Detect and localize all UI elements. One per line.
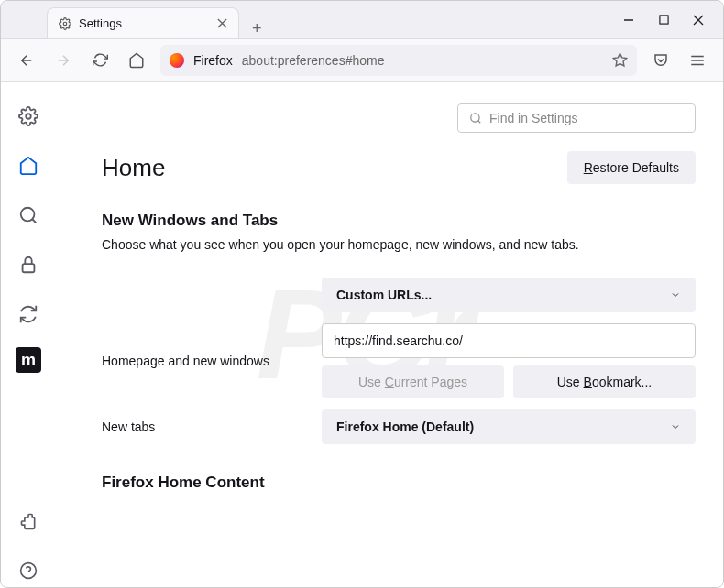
bookmark-star-icon[interactable]	[612, 52, 628, 68]
gear-icon	[59, 17, 71, 30]
home-button[interactable]	[124, 48, 149, 73]
section-title-windows-tabs: New Windows and Tabs	[102, 212, 696, 230]
svg-point-4	[21, 208, 35, 222]
sidebar-more[interactable]: m	[16, 347, 41, 373]
section-desc: Choose what you see when you open your h…	[102, 237, 696, 252]
use-current-pages-button[interactable]: Use Current Pages	[322, 365, 504, 398]
newtabs-select[interactable]: Firefox Home (Default)	[322, 409, 696, 444]
section-title-home-content: Firefox Home Content	[102, 474, 696, 492]
urlbar-url: about:preferences#home	[242, 53, 385, 68]
svg-rect-1	[659, 16, 667, 24]
minimize-button[interactable]	[622, 14, 635, 27]
firefox-logo-icon	[170, 53, 184, 68]
sidebar-sync[interactable]	[12, 298, 45, 331]
browser-tab[interactable]: Settings	[47, 7, 239, 38]
maximize-button[interactable]	[657, 14, 670, 27]
svg-point-7	[471, 114, 479, 122]
new-tab-button[interactable]: +	[239, 19, 275, 38]
use-bookmark-button[interactable]: Use Bookmark...	[513, 365, 696, 398]
chevron-down-icon	[670, 421, 681, 432]
sidebar-home[interactable]	[12, 149, 45, 182]
homepage-url-input[interactable]	[322, 323, 696, 358]
search-icon	[469, 112, 482, 125]
find-in-settings-input[interactable]: Find in Settings	[457, 103, 696, 133]
app-menu-button[interactable]	[685, 48, 710, 73]
svg-point-0	[63, 22, 67, 26]
urlbar-browser-label: Firefox	[193, 53, 233, 68]
sidebar-search[interactable]	[12, 199, 45, 232]
restore-defaults-button[interactable]: Restore Defaults	[567, 151, 696, 184]
newtabs-label: New tabs	[102, 419, 303, 434]
chevron-down-icon	[670, 289, 681, 300]
close-window-button[interactable]	[692, 14, 705, 27]
svg-rect-5	[23, 264, 35, 272]
reload-button[interactable]	[87, 48, 113, 73]
sidebar-privacy[interactable]	[12, 248, 45, 281]
sidebar-general[interactable]	[12, 100, 45, 133]
back-button[interactable]	[14, 48, 39, 73]
homepage-mode-select[interactable]: Custom URLs...	[322, 278, 696, 312]
svg-marker-2	[613, 53, 626, 65]
sidebar-help[interactable]	[12, 554, 45, 587]
select-value: Custom URLs...	[336, 288, 432, 302]
tab-title: Settings	[79, 16, 122, 30]
find-placeholder: Find in Settings	[489, 111, 578, 125]
url-bar[interactable]: Firefox about:preferences#home	[160, 45, 637, 76]
homepage-label: Homepage and new windows	[102, 354, 303, 368]
close-icon[interactable]	[217, 18, 227, 28]
page-title: Home	[102, 154, 165, 182]
pocket-icon[interactable]	[648, 48, 674, 73]
select-value: Firefox Home (Default)	[336, 419, 474, 434]
svg-point-3	[26, 114, 31, 119]
sidebar-extensions[interactable]	[12, 505, 45, 538]
forward-button[interactable]	[50, 48, 76, 73]
